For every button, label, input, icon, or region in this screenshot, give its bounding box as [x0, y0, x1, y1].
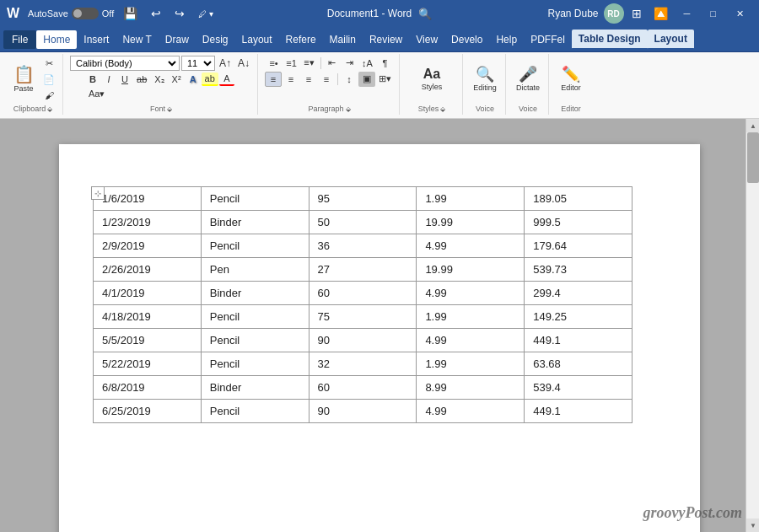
layout-icon[interactable]: ⊞ — [627, 5, 646, 22]
search-icon[interactable]: 🔍 — [418, 8, 432, 20]
show-para-button[interactable]: ¶ — [377, 56, 394, 71]
ribbon-collapse-icon[interactable]: 🔼 — [649, 5, 672, 22]
menu-item-tabledesign[interactable]: Table Design — [572, 30, 648, 50]
subscript-button[interactable]: X₂ — [151, 73, 167, 86]
menu-item-newt[interactable]: New T — [116, 30, 158, 49]
cell-3-2: 27 — [309, 258, 417, 282]
styles-dialog-icon[interactable]: ⬙ — [440, 105, 445, 113]
font-dialog-icon[interactable]: ⬙ — [167, 105, 172, 113]
cell-0-3: 1.99 — [417, 187, 525, 211]
menu-item-mailings[interactable]: Mailin — [323, 30, 363, 49]
more-commands-icon[interactable]: 🖊 ▾ — [194, 8, 218, 20]
table-move-handle[interactable]: ⊹ — [91, 186, 105, 200]
italic-button[interactable]: I — [101, 73, 116, 86]
document-page: ⊹ 1/6/2019Pencil951.99189.051/23/2019Bin… — [59, 144, 700, 532]
table-row: 1/23/2019Binder5019.99999.5 — [94, 211, 632, 234]
align-right-button[interactable]: ≡ — [300, 72, 317, 87]
scroll-up-button[interactable]: ▲ — [746, 119, 759, 132]
cell-8-0: 6/8/2019 — [94, 376, 202, 400]
table-body: 1/6/2019Pencil951.99189.051/23/2019Binde… — [94, 187, 632, 423]
bold-button[interactable]: B — [85, 73, 100, 86]
paste-button[interactable]: 📋 Paste — [8, 56, 39, 103]
menu-item-layout2[interactable]: Layout — [648, 30, 694, 50]
menu-item-draw[interactable]: Draw — [159, 30, 196, 49]
bullets-button[interactable]: ≡• — [266, 56, 283, 71]
clipboard-dialog-icon[interactable]: ⬙ — [47, 105, 52, 113]
menu-item-references[interactable]: Refere — [279, 30, 323, 49]
font-color-button[interactable]: A — [219, 73, 234, 86]
strikethrough-button[interactable]: ab — [133, 73, 150, 86]
menu-item-insert[interactable]: Insert — [77, 30, 116, 49]
menu-item-developer[interactable]: Develo — [444, 30, 489, 49]
justify-button[interactable]: ≡ — [318, 72, 335, 87]
cell-5-4: 149.25 — [525, 305, 632, 329]
highlight-button[interactable]: ab — [202, 73, 218, 86]
voice-group-content: 🔍 Editing — [470, 56, 500, 103]
cell-5-1: Pencil — [201, 305, 309, 329]
cell-4-2: 60 — [309, 282, 417, 305]
cell-4-1: Binder — [201, 282, 309, 305]
cell-2-0: 2/9/2019 — [94, 234, 202, 258]
title-bar-center: Document1 - Word 🔍 — [327, 8, 432, 20]
editor-btn-label: Editor — [561, 83, 581, 92]
menu-item-home[interactable]: Home — [36, 30, 77, 49]
decrease-font-button[interactable]: A↓ — [235, 56, 252, 71]
paragraph-dialog-icon[interactable]: ⬙ — [346, 105, 351, 113]
multilevel-button[interactable]: ≡▾ — [301, 56, 318, 71]
cell-9-4: 449.1 — [525, 400, 632, 423]
menu-item-pdfele[interactable]: PDFFel — [524, 30, 572, 49]
menu-item-file[interactable]: File — [3, 30, 36, 49]
numbering-button[interactable]: ≡1 — [283, 56, 300, 71]
sort-button[interactable]: ↕A — [359, 56, 376, 71]
line-spacing-button[interactable]: ↕ — [341, 72, 358, 87]
para-separator2 — [337, 73, 338, 85]
cell-3-3: 19.99 — [417, 258, 525, 282]
format-painter-button[interactable]: 🖌 — [40, 88, 57, 103]
editing-button[interactable]: 🔍 Editing — [470, 56, 500, 103]
superscript-button[interactable]: X² — [169, 73, 185, 86]
align-center-button[interactable]: ≡ — [283, 72, 299, 87]
font-size-select[interactable]: 11 — [181, 56, 215, 71]
scroll-down-button[interactable]: ▼ — [746, 519, 759, 532]
save-icon[interactable]: 💾 — [119, 5, 142, 22]
undo-icon[interactable]: ↩ — [147, 5, 165, 22]
autosave-toggle-switch[interactable] — [72, 8, 99, 19]
text-effects-button[interactable]: A — [186, 73, 201, 86]
redo-icon[interactable]: ↪ — [170, 5, 189, 22]
copy-button[interactable]: 📄 — [40, 72, 57, 87]
borders-button[interactable]: ⊞▾ — [376, 72, 394, 87]
title-bar: W AutoSave Off 💾 ↩ ↪ 🖊 ▾ Document1 - Wor… — [0, 0, 759, 27]
menu-item-view[interactable]: View — [409, 30, 444, 49]
close-icon[interactable]: ✕ — [728, 5, 752, 23]
increase-indent-button[interactable]: ⇥ — [342, 56, 358, 71]
editor-button[interactable]: ✏️ Editor — [556, 56, 586, 103]
document-title: Document1 - Word — [327, 8, 412, 19]
cell-4-3: 4.99 — [417, 282, 525, 305]
decrease-indent-button[interactable]: ⇤ — [324, 56, 341, 71]
shading-button[interactable]: ▣ — [358, 72, 375, 87]
underline-button[interactable]: U — [117, 73, 132, 86]
cell-7-1: Pencil — [201, 352, 309, 376]
maximize-icon[interactable]: □ — [702, 5, 724, 22]
font-name-select[interactable]: Calibri (Body) — [70, 56, 180, 71]
cell-4-4: 299.4 — [525, 282, 632, 305]
cut-button[interactable]: ✂ — [40, 56, 57, 71]
increase-font-button[interactable]: A↑ — [217, 56, 234, 71]
styles-button[interactable]: Aa Styles — [406, 56, 457, 103]
dictate-button[interactable]: 🎤 Dictate — [513, 56, 543, 103]
menu-item-help[interactable]: Help — [489, 30, 524, 49]
autosave-control[interactable]: AutoSave Off — [28, 8, 114, 19]
dictate-group-content: 🎤 Dictate — [513, 56, 543, 103]
table-row: 5/5/2019Pencil904.99449.1 — [94, 329, 632, 352]
scroll-thumb[interactable] — [747, 132, 759, 183]
menu-item-review[interactable]: Review — [363, 30, 409, 49]
menu-item-layout[interactable]: Layout — [235, 30, 279, 49]
cell-0-1: Pencil — [201, 187, 309, 211]
vertical-scrollbar[interactable]: ▲ ▼ — [746, 119, 759, 532]
change-case-button[interactable]: Aa▾ — [85, 87, 108, 100]
menu-item-design[interactable]: Desig — [196, 30, 235, 49]
align-left-button[interactable]: ≡ — [265, 72, 282, 87]
cell-3-1: Pen — [201, 258, 309, 282]
minimize-icon[interactable]: ─ — [676, 5, 699, 22]
ribbon: 📋 Paste ✂ 📄 🖌 Clipboard ⬙ — [0, 52, 759, 119]
